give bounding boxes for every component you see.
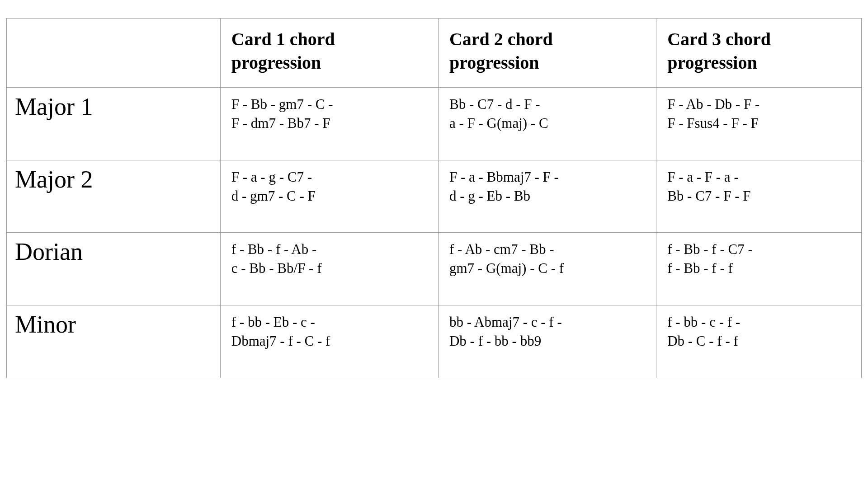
cell-card1: f - Bb - f - Ab - c - Bb - Bb/F - f bbox=[220, 233, 438, 305]
table-row: Dorian f - Bb - f - Ab - c - Bb - Bb/F -… bbox=[7, 233, 862, 305]
table-row: Major 2 F - a - g - C7 - d - gm7 - C - F… bbox=[7, 160, 862, 233]
header-blank bbox=[7, 19, 221, 88]
header-card1: Card 1 chord progression bbox=[220, 19, 438, 88]
header-card3: Card 3 chord progression bbox=[656, 19, 862, 88]
cell-card3: f - Bb - f - C7 - f - Bb - f - f bbox=[656, 233, 862, 305]
table-row: Major 1 F - Bb - gm7 - C - F - dm7 - Bb7… bbox=[7, 88, 862, 160]
cell-card3: F - a - F - a - Bb - C7 - F - F bbox=[656, 160, 862, 233]
cell-card1: F - Bb - gm7 - C - F - dm7 - Bb7 - F bbox=[220, 88, 438, 160]
cell-card2: bb - Abmaj7 - c - f - Db - f - bb - bb9 bbox=[438, 305, 656, 378]
chord-progression-table: Card 1 chord progression Card 2 chord pr… bbox=[6, 18, 862, 378]
table-header-row: Card 1 chord progression Card 2 chord pr… bbox=[7, 19, 862, 88]
cell-card3: F - Ab - Db - F - F - Fsus4 - F - F bbox=[656, 88, 862, 160]
table-row: Minor f - bb - Eb - c - Dbmaj7 - f - C -… bbox=[7, 305, 862, 378]
cell-card3: f - bb - c - f - Db - C - f - f bbox=[656, 305, 862, 378]
cell-card1: f - bb - Eb - c - Dbmaj7 - f - C - f bbox=[220, 305, 438, 378]
cell-card2: f - Ab - cm7 - Bb - gm7 - G(maj) - C - f bbox=[438, 233, 656, 305]
cell-card1: F - a - g - C7 - d - gm7 - C - F bbox=[220, 160, 438, 233]
row-label: Major 1 bbox=[7, 88, 221, 160]
cell-card2: F - a - Bbmaj7 - F - d - g - Eb - Bb bbox=[438, 160, 656, 233]
row-label: Major 2 bbox=[7, 160, 221, 233]
header-card2: Card 2 chord progression bbox=[438, 19, 656, 88]
row-label: Minor bbox=[7, 305, 221, 378]
cell-card2: Bb - C7 - d - F - a - F - G(maj) - C bbox=[438, 88, 656, 160]
row-label: Dorian bbox=[7, 233, 221, 305]
